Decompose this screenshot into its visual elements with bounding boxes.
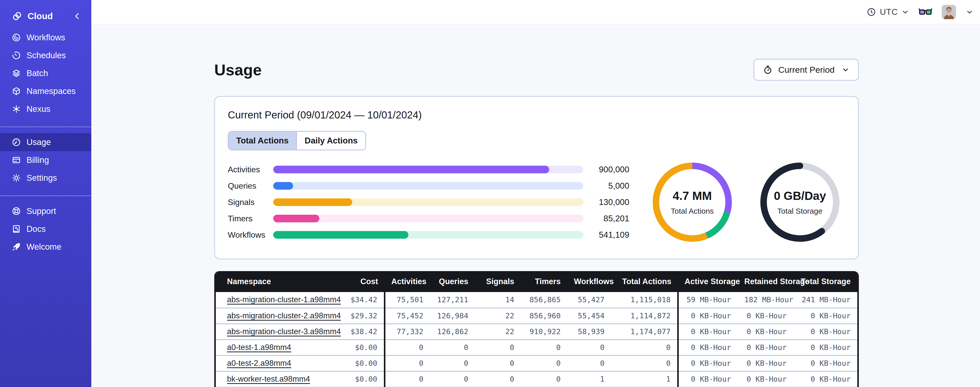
namespace-link[interactable]: bk-worker-test.a98mm4 xyxy=(227,374,310,384)
cell-workflows: 0 xyxy=(567,339,611,355)
cell-total_actions: 0 xyxy=(611,339,678,355)
sidebar-item-label: Welcome xyxy=(27,242,62,252)
namespace-link[interactable]: abs-migration-cluster-3.a98mm4 xyxy=(227,327,341,336)
cell-total_storage: 0 KB-Hour xyxy=(793,324,857,339)
cell-timers: 0 xyxy=(521,355,567,371)
period-selector-button[interactable]: Current Period xyxy=(754,59,859,81)
column-header-activities: Activities xyxy=(385,271,430,292)
sidebar-item-label: Settings xyxy=(27,173,57,183)
sidebar-item-usage[interactable]: Usage xyxy=(0,133,91,151)
cell-retained_storage: 0 KB-Hour xyxy=(738,355,793,371)
cell-queries: 0 xyxy=(430,355,475,371)
stopwatch-icon xyxy=(763,65,773,75)
cell-cost: $0.00 xyxy=(321,339,385,355)
cell-signals: 22 xyxy=(475,308,521,324)
sidebar-item-schedules[interactable]: Schedules xyxy=(0,46,91,64)
cell-active_storage: 0 KB-Hour xyxy=(678,324,738,339)
bar-track xyxy=(273,182,583,190)
column-header-workflows: Workflows xyxy=(567,271,611,292)
cell-activities: 0 xyxy=(385,371,430,387)
bar-track xyxy=(273,198,583,206)
sidebar-item-label: Billing xyxy=(27,155,49,165)
sidebar-item-settings[interactable]: Settings xyxy=(0,169,91,187)
bar-label: Workflows xyxy=(228,230,273,240)
billing-icon xyxy=(12,155,21,165)
sidebar-header: Cloud xyxy=(0,0,91,29)
cell-timers: 856,865 xyxy=(521,292,567,308)
tab-total-actions[interactable]: Total Actions xyxy=(229,132,296,150)
timezone-label: UTC xyxy=(880,7,898,17)
sidebar-logo-label: Cloud xyxy=(27,11,73,21)
labs-glasses-icon[interactable] xyxy=(919,7,932,17)
cell-cost: $0.00 xyxy=(321,371,385,387)
cell-queries: 127,211 xyxy=(430,292,475,308)
namespace-link[interactable]: a0-test-1.a98mm4 xyxy=(227,343,291,352)
page-header: Usage Current Period xyxy=(214,59,859,81)
bar-value: 541,109 xyxy=(591,230,629,240)
account-menu-chevron-icon[interactable] xyxy=(966,8,974,16)
donut-value: 4.7 MM xyxy=(673,189,712,203)
avatar[interactable] xyxy=(942,5,956,19)
donut-label: Total Actions xyxy=(671,207,714,216)
namespace-usage-table: NamespaceCostActivitiesQueriesSignalsTim… xyxy=(214,271,859,387)
namespace-link[interactable]: abs-migration-cluster-2.a98mm4 xyxy=(227,311,341,320)
sidebar-item-batch[interactable]: Batch xyxy=(0,64,91,82)
bar-value: 5,000 xyxy=(591,181,629,191)
support-icon xyxy=(12,206,21,216)
sidebar-item-label: Batch xyxy=(27,69,48,78)
bar-value: 85,201 xyxy=(591,214,629,223)
usage-bar-chart: Activities900,000Queries5,000Signals130,… xyxy=(228,162,630,243)
sidebar-item-support[interactable]: Support xyxy=(0,202,91,220)
cell-active_storage: 0 KB-Hour xyxy=(678,308,738,324)
sidebar-item-workflows[interactable]: Workflows xyxy=(0,29,91,46)
tab-daily-actions[interactable]: Daily Actions xyxy=(296,132,365,150)
usage-charts: Activities900,000Queries5,000Signals130,… xyxy=(228,156,845,248)
temporal-cloud-logo-icon xyxy=(12,11,22,21)
namespace-link[interactable]: abs-migration-cluster-1.a98mm4 xyxy=(227,295,341,304)
column-header-timers: Timers xyxy=(521,271,567,292)
cell-total_storage: 241 MB-Hour xyxy=(793,292,857,308)
sidebar-item-welcome[interactable]: Welcome xyxy=(0,238,91,256)
sidebar-item-billing[interactable]: Billing xyxy=(0,151,91,169)
sidebar-item-label: Nexus xyxy=(27,104,51,114)
period-selector-label: Current Period xyxy=(778,65,835,75)
bar-row-workflows: Workflows541,109 xyxy=(228,227,630,243)
clock-icon xyxy=(867,7,876,17)
cell-retained_storage: 0 KB-Hour xyxy=(738,339,793,355)
schedules-icon xyxy=(12,51,21,60)
usage-icon xyxy=(12,138,21,147)
column-header-signals: Signals xyxy=(475,271,521,292)
main-content: Usage Current Period xyxy=(91,25,980,387)
cell-active_storage: 0 KB-Hour xyxy=(678,355,738,371)
donut-value: 0 GB/Day xyxy=(774,189,826,203)
cell-signals: 0 xyxy=(475,339,521,355)
bar-fill xyxy=(273,231,408,239)
topbar: UTC xyxy=(91,0,980,24)
cell-activities: 75,501 xyxy=(385,292,430,308)
bar-fill xyxy=(273,166,549,173)
sidebar-item-label: Workflows xyxy=(27,33,65,42)
cell-total_storage: 0 KB-Hour xyxy=(793,355,857,371)
bar-track xyxy=(273,166,583,173)
cell-activities: 77,332 xyxy=(385,324,430,339)
sidebar-item-label: Namespaces xyxy=(27,86,76,96)
sidebar-item-namespaces[interactable]: Namespaces xyxy=(0,82,91,100)
bar-row-timers: Timers85,201 xyxy=(228,210,630,227)
cell-signals: 0 xyxy=(475,371,521,387)
namespace-link[interactable]: a0-test-2.a98mm4 xyxy=(227,359,291,368)
sidebar-item-docs[interactable]: Docs xyxy=(0,220,91,238)
cell-active_storage: 0 KB-Hour xyxy=(678,371,738,387)
cell-retained_storage: 0 KB-Hour xyxy=(738,308,793,324)
timezone-selector[interactable]: UTC xyxy=(867,7,909,17)
cell-total_storage: 0 KB-Hour xyxy=(793,308,857,324)
sidebar-item-nexus[interactable]: Nexus xyxy=(0,100,91,118)
cell-activities: 0 xyxy=(385,339,430,355)
sidebar-divider xyxy=(0,126,91,127)
column-header-queries: Queries xyxy=(430,271,475,292)
cell-timers: 0 xyxy=(521,371,567,387)
bar-row-activities: Activities900,000 xyxy=(228,162,630,178)
bar-label: Queries xyxy=(228,181,273,191)
chevron-left-icon[interactable] xyxy=(73,12,81,20)
bar-track xyxy=(273,231,583,239)
bar-label: Activities xyxy=(228,165,273,174)
